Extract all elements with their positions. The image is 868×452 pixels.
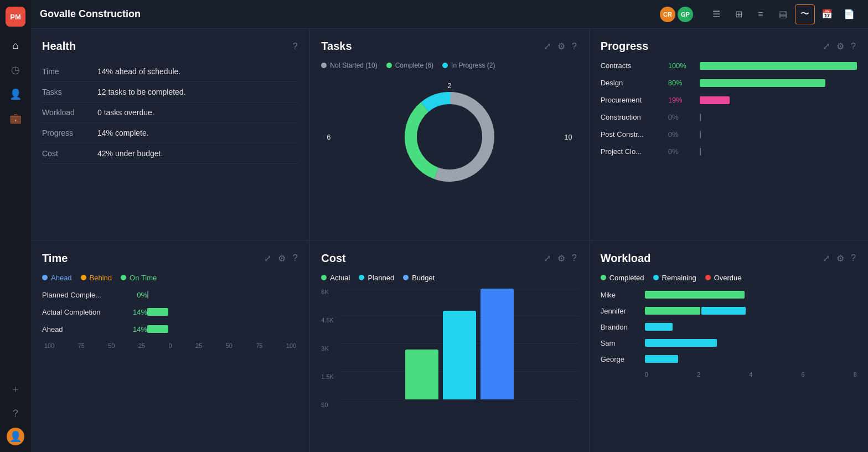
calendar-view-button[interactable]: 📅 — [817, 4, 837, 24]
health-row-value: 0 tasks overdue. — [97, 102, 298, 123]
sidebar-item-people[interactable]: 👤 — [6, 84, 25, 104]
cost-settings-button[interactable]: ⚙ — [556, 252, 566, 265]
progress-bar-container — [700, 79, 857, 87]
cost-bottom-label — [341, 399, 577, 410]
legend-completed: Completed — [601, 274, 644, 282]
health-row-label: Progress — [42, 123, 97, 143]
progress-row-pct: 0% — [668, 130, 693, 138]
progress-row-pct: 0% — [668, 113, 693, 121]
ontime-dot — [121, 275, 126, 280]
actual-bar — [405, 350, 438, 399]
table-view-button[interactable]: ≡ — [751, 4, 771, 24]
progress-bar — [700, 96, 730, 104]
progress-bar — [700, 79, 825, 87]
budget-label: Budget — [412, 274, 435, 282]
sidebar-item-help[interactable]: ？ — [6, 403, 25, 423]
progress-settings-button[interactable]: ⚙ — [835, 40, 845, 53]
health-row-value: 14% complete. — [97, 123, 298, 143]
progress-row: Design 80% — [601, 79, 857, 87]
time-settings-button[interactable]: ⚙ — [277, 252, 287, 265]
sidebar-item-history[interactable]: ◷ — [6, 60, 25, 80]
workload-row: Brandon — [601, 323, 857, 331]
health-row-value: 14% ahead of schedule. — [97, 61, 298, 82]
actual-label: Actual — [330, 274, 350, 282]
legend-remaining: Remaining — [653, 274, 696, 282]
time-axis: 1007550250255075100 — [42, 342, 298, 349]
time-row-pct: 0% — [120, 291, 147, 299]
planned-bar — [443, 311, 476, 399]
tasks-settings-button[interactable]: ⚙ — [556, 40, 566, 53]
document-view-button[interactable]: 📄 — [839, 4, 859, 24]
sidebar-item-profile[interactable]: 👤 — [7, 428, 24, 445]
budget-dot — [403, 275, 409, 280]
workload-row: Jennifer — [601, 307, 857, 315]
sidebar-item-add[interactable]: ＋ — [6, 379, 25, 399]
cost-chart-area — [341, 289, 577, 410]
remaining-bar — [645, 323, 673, 331]
progress-row-label: Design — [601, 79, 662, 87]
timeline-view-button[interactable]: 〜 — [795, 4, 815, 24]
avatar-gp[interactable]: GP — [678, 7, 693, 22]
progress-row-label: Procurement — [601, 96, 662, 104]
header: Govalle Construction CR GP ☰ ⊞ ≡ ▤ 〜 📅 📄 — [31, 0, 868, 29]
legend-not-started: Not Started (10) — [321, 61, 377, 69]
avatar-cr[interactable]: CR — [660, 7, 675, 22]
legend-actual: Actual — [321, 274, 350, 282]
spreadsheet-view-button[interactable]: ▤ — [773, 4, 793, 24]
workload-help-button[interactable]: ? — [850, 252, 857, 264]
workload-panel-header: Workload ⤢ ⚙ ? — [601, 252, 857, 265]
tasks-help-button[interactable]: ? — [571, 40, 578, 53]
cost-bars — [341, 289, 577, 399]
page-title: Govalle Construction — [40, 8, 653, 20]
progress-bar-container — [700, 62, 857, 70]
progress-bar-container — [700, 114, 857, 121]
progress-row: Post Constr... 0% — [601, 130, 857, 138]
progress-row-pct: 19% — [668, 96, 693, 104]
cost-help-button[interactable]: ? — [571, 252, 578, 264]
progress-panel-header: Progress ⤢ ⚙ ? — [601, 40, 857, 53]
workload-row-label: Sam — [601, 339, 645, 347]
time-row-label: Ahead — [42, 325, 120, 333]
progress-expand-button[interactable]: ⤢ — [822, 40, 831, 53]
sidebar-item-home[interactable]: ⌂ — [6, 35, 25, 55]
workload-expand-button[interactable]: ⤢ — [822, 252, 831, 265]
list-view-button[interactable]: ☰ — [706, 4, 726, 24]
progress-help-button[interactable]: ? — [850, 40, 857, 53]
progress-row: Construction 0% — [601, 113, 857, 121]
time-bar-container — [147, 308, 298, 316]
progress-bar-zero — [700, 114, 701, 121]
time-row-pct: 14% — [120, 325, 147, 333]
legend-ontime: On Time — [121, 274, 157, 282]
tasks-legend: Not Started (10) Complete (6) In Progres… — [321, 61, 577, 69]
app-logo[interactable]: PM — [6, 7, 25, 27]
sidebar-item-portfolio[interactable]: 💼 — [6, 109, 25, 129]
time-help-button[interactable]: ? — [291, 252, 298, 264]
health-table: Time14% ahead of schedule.Tasks12 tasks … — [42, 61, 298, 164]
board-view-button[interactable]: ⊞ — [728, 4, 748, 24]
tasks-controls: ⤢ ⚙ ? — [542, 40, 578, 53]
workload-row: George — [601, 355, 857, 363]
behind-dot — [81, 275, 86, 280]
cost-chart: 6K4.5K3K1.5K$0 — [321, 289, 577, 410]
progress-row: Procurement 19% — [601, 96, 857, 104]
progress-bar-zero — [700, 131, 701, 138]
behind-label: Behind — [90, 274, 112, 282]
progress-bar-container — [700, 96, 857, 104]
cost-title: Cost — [321, 252, 345, 265]
time-panel: Time ⤢ ⚙ ? Ahead Behind On Tim — [31, 241, 309, 453]
workload-rows: Mike Jennifer Brandon Sam George — [601, 291, 857, 363]
remaining-dot — [653, 275, 659, 280]
time-expand-button[interactable]: ⤢ — [263, 252, 272, 265]
health-row: Cost42% under budget. — [42, 143, 298, 164]
completed-label: Completed — [609, 274, 644, 282]
planned-dot — [359, 275, 364, 280]
health-help-button[interactable]: ? — [291, 40, 298, 53]
cost-expand-button[interactable]: ⤢ — [542, 252, 552, 265]
time-controls: ⤢ ⚙ ? — [263, 252, 298, 265]
legend-ahead: Ahead — [42, 274, 72, 282]
progress-row-label: Post Constr... — [601, 130, 662, 138]
tasks-expand-button[interactable]: ⤢ — [542, 40, 552, 53]
time-bar-zero — [147, 291, 148, 299]
complete-dot — [386, 63, 392, 68]
workload-settings-button[interactable]: ⚙ — [835, 252, 845, 265]
